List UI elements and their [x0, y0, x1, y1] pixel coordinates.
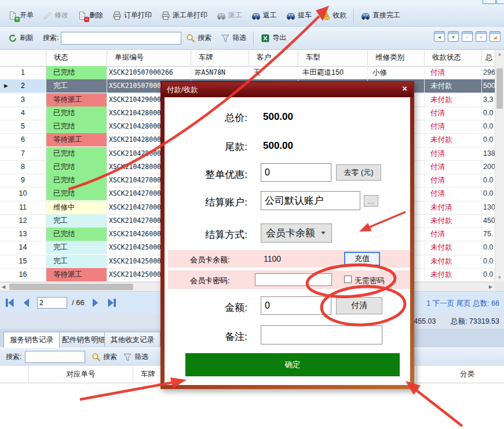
- toolbar-separator: [253, 31, 254, 45]
- balance-due-value: 500.00: [263, 140, 293, 152]
- cell-num: ▶10: [0, 187, 46, 200]
- cell-num: ▶16: [0, 268, 46, 281]
- amount-input[interactable]: [261, 296, 331, 315]
- cell-total: 0.0: [482, 133, 495, 146]
- tab-parts-sales[interactable]: 配件销售明细: [56, 332, 112, 347]
- search-button[interactable]: 搜索: [181, 30, 216, 47]
- dock-bottom-panel-icon[interactable]: ▼: [448, 31, 459, 42]
- row-number: 13: [19, 230, 27, 238]
- recharge-button[interactable]: 充值: [344, 252, 380, 266]
- table-row[interactable]: ▶1已完结XSCK210507000266苏A5N78N王丰田霸道150小修付清…: [0, 66, 495, 80]
- first-page-icon[interactable]: [5, 298, 15, 308]
- button-label: 派工单打印: [173, 10, 207, 20]
- dialog-title-bar[interactable]: 付款/收款: [162, 82, 413, 97]
- order-discount-input[interactable]: [261, 163, 331, 182]
- col-header-pay-status[interactable]: 收款状态: [425, 50, 482, 65]
- col-header-plate[interactable]: 车牌: [191, 50, 249, 65]
- dialog-body: 总价: 500.00 尾款: 500.00 整单优惠: 去零 (元) 结算账户:…: [165, 97, 410, 385]
- card-password-input[interactable]: [255, 273, 332, 286]
- no-password-checkbox[interactable]: [344, 276, 352, 283]
- new-order-button[interactable]: +开单: [3, 7, 38, 24]
- cell-order: XSCK210507000266: [107, 66, 191, 79]
- cell-num: ▶5: [0, 120, 46, 133]
- col-header-total[interactable]: 总: [482, 50, 495, 65]
- cell-num: ▶7: [0, 147, 46, 160]
- next-page-icon[interactable]: [90, 298, 101, 308]
- scroll-down-icon[interactable]: ▼: [495, 273, 504, 282]
- bottom-search-input[interactable]: [25, 351, 85, 363]
- pay-in-full-button[interactable]: 付清: [336, 297, 382, 314]
- settle-account-input[interactable]: [261, 191, 360, 210]
- col-header-selector[interactable]: [0, 50, 46, 65]
- car-icon: [251, 11, 261, 20]
- search-input[interactable]: [61, 32, 181, 45]
- cell-total: 0.0: [482, 255, 495, 268]
- remark-label: 备注:: [165, 330, 247, 343]
- prev-page-icon[interactable]: [21, 298, 31, 308]
- top-tab-stub[interactable]: [496, 0, 504, 4]
- car-icon: [286, 11, 295, 20]
- export-button[interactable]: 导出: [256, 30, 291, 47]
- top-tab-stub[interactable]: [483, 0, 496, 4]
- cell-num: ▶3: [0, 93, 46, 107]
- cell-plate: 苏A5N78N: [191, 66, 249, 79]
- scrollbar-corner: [495, 282, 504, 291]
- round-off-button[interactable]: 去零 (元): [336, 164, 381, 181]
- filter-button[interactable]: 筛选: [216, 30, 251, 47]
- scroll-up-icon[interactable]: ▲: [495, 50, 504, 58]
- col-header-customer[interactable]: 客户: [249, 50, 298, 65]
- print-dispatch-button[interactable]: 派工单打印: [156, 7, 212, 24]
- page-count-label: / 66: [72, 298, 85, 307]
- detail-col-category[interactable]: 分类: [455, 366, 504, 382]
- col-header-category[interactable]: 维修类别: [368, 50, 425, 65]
- vertical-scroll-thumb[interactable]: [496, 68, 503, 109]
- cell-status: 已完结: [46, 228, 107, 241]
- settle-method-label: 结算方式:: [165, 228, 247, 241]
- col-header-model[interactable]: 车型: [298, 50, 368, 65]
- button-label: 删除: [89, 10, 103, 20]
- horizontal-scroll-thumb[interactable]: [9, 284, 133, 290]
- app-window: +开单 修改 −删除 订单打印 派工单打印 派工 返工 提车 收款 直接完工 刷…: [0, 0, 504, 429]
- cell-total: 450: [482, 214, 495, 228]
- collapse-left-panel-icon[interactable]: ◄: [434, 31, 445, 42]
- cell-num: ▶4: [0, 107, 46, 120]
- delete-button[interactable]: −删除: [73, 7, 108, 24]
- vertical-scrollbar[interactable]: ▲ ▼: [495, 50, 504, 282]
- close-icon[interactable]: ×: [402, 83, 407, 94]
- detail-col-order-no[interactable]: 对应单号: [29, 366, 133, 382]
- search-icon: [186, 34, 195, 43]
- direct-finish-button[interactable]: 直接完工: [356, 7, 405, 24]
- col-header-order-no[interactable]: 单据编号: [107, 50, 191, 65]
- button-label: 刷新: [20, 33, 34, 43]
- excel-export-icon: [261, 34, 270, 43]
- cell-num: ▶15: [0, 255, 46, 268]
- list-view-icon[interactable]: ≡: [476, 31, 487, 42]
- detail-col-selector: [0, 366, 29, 382]
- remark-input[interactable]: [261, 325, 382, 344]
- confirm-button[interactable]: 确定: [185, 353, 400, 376]
- refresh-button[interactable]: 刷新: [3, 30, 38, 47]
- scroll-left-icon[interactable]: ◀: [2, 283, 5, 291]
- settle-method-dropdown[interactable]: 会员卡余额: [261, 223, 332, 243]
- rework-button[interactable]: 返工: [247, 7, 282, 24]
- page-number-input[interactable]: [37, 297, 67, 309]
- account-picker-button[interactable]: …: [364, 195, 378, 207]
- edit-icon: [43, 11, 52, 20]
- scroll-right-icon[interactable]: ▶: [489, 283, 492, 291]
- table-header-row: 状态 单据编号 车牌 客户 车型 维修类别 收款状态 总: [0, 50, 495, 67]
- col-header-status[interactable]: 状态: [46, 50, 107, 65]
- edit-columns-icon[interactable]: ◢: [490, 31, 501, 42]
- split-view-icon[interactable]: ┄: [462, 31, 473, 42]
- tab-service-sales[interactable]: 服务销售记录: [3, 332, 60, 348]
- tab-other-income[interactable]: 其他收支记录: [104, 332, 160, 347]
- pickup-car-button[interactable]: 提车: [282, 7, 316, 24]
- pagination-links[interactable]: 1 下一页 尾页 总数: 66: [426, 299, 499, 309]
- bottom-search-button[interactable]: 搜索: [89, 350, 120, 364]
- dispatch-button[interactable]: 派工: [212, 7, 247, 24]
- bottom-filter-button[interactable]: 筛选: [120, 350, 151, 364]
- print-order-button[interactable]: 订单打印: [108, 7, 156, 24]
- modify-button[interactable]: 修改: [38, 7, 73, 24]
- last-page-icon[interactable]: [107, 298, 117, 308]
- refresh-icon: [8, 34, 17, 43]
- collect-payment-button[interactable]: 收款: [316, 7, 351, 24]
